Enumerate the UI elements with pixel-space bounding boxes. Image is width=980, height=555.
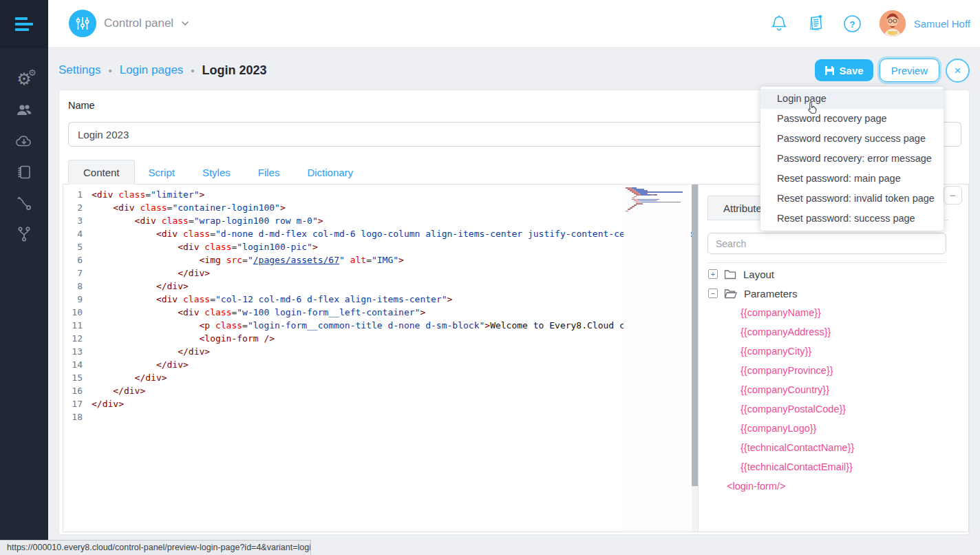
sidebar-item-users[interactable] (0, 94, 48, 125)
line-number: 2 (63, 201, 92, 214)
line-number: 16 (63, 384, 92, 397)
chevron-down-icon (181, 21, 189, 26)
code-line[interactable]: 7</div> (63, 266, 698, 280)
attributes-panel: Attributes − +Layout−Parameters{{company… (698, 185, 968, 532)
code-text: <div class="login100-pic"> (92, 240, 318, 253)
parameter-item[interactable]: {{companyProvince}} (699, 361, 968, 380)
avatar (880, 10, 906, 36)
collapse-node-icon[interactable]: − (708, 289, 718, 298)
parameter-item[interactable]: {{technicalContactName}} (699, 438, 968, 457)
menu-item[interactable]: Password recovery success page (760, 129, 944, 149)
line-number: 9 (63, 293, 92, 306)
code-line[interactable]: 18 (63, 410, 698, 423)
menu-item[interactable]: Login page (760, 89, 944, 109)
code-text: </div> (92, 371, 167, 384)
sidebar-nav: ⚙⚙ (0, 48, 48, 249)
code-line[interactable]: 12<login-form /> (63, 332, 698, 345)
breadcrumb-separator: • (108, 65, 111, 76)
parameter-item[interactable]: {{companyLogo}} (699, 419, 968, 438)
manual-button[interactable] (806, 14, 825, 33)
code-text: <img src="/pages/assets/67" alt="IMG"> (92, 253, 404, 266)
help-icon: ? (843, 14, 862, 33)
parameter-item[interactable]: {{companyCity}} (699, 342, 968, 361)
editor-scrollbar[interactable] (692, 185, 698, 532)
line-number: 15 (63, 371, 92, 384)
wrench-icon (16, 195, 32, 211)
line-number: 17 (63, 397, 92, 410)
folder-open-icon (724, 289, 737, 299)
tab-styles[interactable]: Styles (189, 160, 244, 185)
parameter-item[interactable]: {{companyAddress}} (699, 322, 968, 342)
preview-button[interactable]: Preview (880, 59, 939, 82)
attributes-divider (707, 262, 946, 263)
code-line[interactable]: 1<div class="limiter"> (63, 188, 698, 201)
code-text: </div> (92, 345, 210, 358)
breadcrumb-login-pages[interactable]: Login pages (120, 63, 184, 77)
tab-files[interactable]: Files (244, 160, 294, 185)
tab-dictionary[interactable]: Dictionary (293, 160, 367, 185)
menu-item[interactable]: Reset password: main page (760, 169, 944, 189)
app-switcher[interactable]: Control panel (69, 10, 189, 37)
tab-script[interactable]: Script (135, 160, 189, 185)
sidebar-item-journal[interactable] (0, 156, 48, 187)
code-line[interactable]: 8</div> (63, 280, 698, 293)
code-line[interactable]: 6<img src="/pages/assets/67" alt="IMG"> (63, 253, 698, 266)
tree-folder-label: Layout (743, 269, 774, 280)
login-form-component-item[interactable]: <login-form/> (699, 477, 968, 496)
sidebar-item-downloads[interactable] (0, 125, 48, 156)
close-button[interactable]: × (946, 59, 970, 83)
menu-item[interactable]: Reset password: invalid token page (760, 189, 944, 209)
code-line[interactable]: 2<div class="container-login100"> (63, 201, 698, 214)
parameter-item[interactable]: {{companyName}} (699, 303, 968, 322)
users-icon (15, 103, 33, 118)
code-line[interactable]: 5<div class="login100-pic"> (63, 240, 698, 253)
code-line[interactable]: 3<div class="wrap-login100 row m-0"> (63, 214, 698, 227)
git-branch-icon (17, 226, 32, 242)
line-number: 8 (63, 280, 92, 293)
code-line[interactable]: 16</div> (63, 384, 698, 397)
code-line[interactable]: 10<div class="w-100 login-form__left-con… (63, 306, 698, 319)
manual-icon (806, 14, 825, 33)
collapse-panel-button[interactable]: − (944, 186, 962, 205)
tab-content[interactable]: Content (68, 160, 135, 185)
sidebar-item-tools[interactable] (0, 187, 48, 218)
parameter-item[interactable]: {{companyPostalCode}} (699, 399, 968, 419)
user-menu[interactable]: Samuel Hoff (880, 10, 970, 36)
code-line[interactable]: 11<p class="login-form__common-title d-n… (63, 319, 698, 332)
control-panel-logo-icon (69, 10, 96, 37)
code-line[interactable]: 14</div> (63, 358, 698, 371)
parameter-item[interactable]: {{companyCountry}} (699, 380, 968, 399)
code-text: </div> (92, 397, 124, 410)
sidebar-item-integrations[interactable] (0, 218, 48, 249)
code-text: </div> (92, 384, 145, 397)
code-text: </div> (92, 358, 189, 371)
code-line[interactable]: 9<div class="col-12 col-md-6 d-flex alig… (63, 293, 698, 306)
menu-item[interactable]: Password recovery page (760, 109, 944, 129)
scrollbar-thumb[interactable] (692, 185, 698, 486)
code-line[interactable]: 4<div class="d-none d-md-flex col-md-6 l… (63, 227, 698, 240)
tree-folder-parameters[interactable]: −Parameters (699, 284, 968, 303)
tree-folder-layout[interactable]: +Layout (699, 264, 968, 284)
code-line[interactable]: 15</div> (63, 371, 698, 384)
breadcrumb-settings[interactable]: Settings (58, 63, 100, 77)
line-number: 14 (63, 358, 92, 371)
menu-item[interactable]: Password recovery: error message (760, 149, 944, 169)
code-line[interactable]: 17</div> (63, 397, 698, 410)
code-text: <div class="col-12 col-md-6 d-flex align… (92, 293, 452, 306)
expand-node-icon[interactable]: + (708, 269, 718, 279)
attributes-search-input[interactable] (707, 233, 946, 254)
parameter-item[interactable]: {{technicalContactEmail}} (699, 457, 968, 477)
line-number: 11 (63, 319, 92, 332)
menu-item[interactable]: Reset password: success page (760, 209, 944, 229)
sidebar-item-settings[interactable]: ⚙⚙ (0, 63, 48, 94)
menu-toggle-button[interactable] (0, 0, 48, 48)
help-button[interactable]: ? (843, 14, 862, 33)
code-editor[interactable]: 1<div class="limiter">2<div class="conta… (63, 185, 698, 532)
line-number: 5 (63, 240, 92, 253)
notifications-button[interactable] (770, 14, 788, 33)
save-button[interactable]: Save (815, 59, 873, 81)
minimap[interactable] (624, 185, 691, 531)
code-text: <div class="d-none d-md-flex col-md-6 lo… (92, 227, 698, 240)
code-line[interactable]: 13</div> (63, 345, 698, 358)
name-label: Name (68, 100, 95, 111)
